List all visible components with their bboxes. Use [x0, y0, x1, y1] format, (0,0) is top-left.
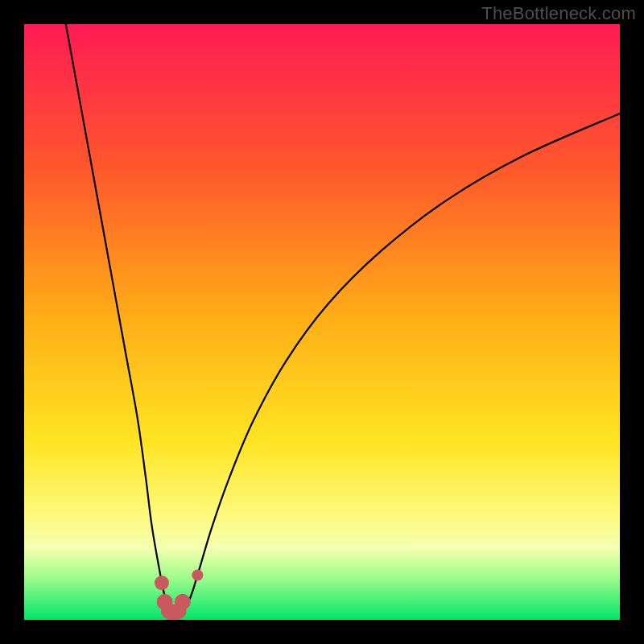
chart-frame: TheBottleneck.com — [0, 0, 644, 644]
chart-svg — [24, 24, 620, 620]
gradient-background — [24, 24, 620, 620]
highlight-dot — [192, 570, 203, 581]
plot-area — [24, 24, 620, 620]
highlight-dot — [175, 594, 191, 610]
highlight-dot — [155, 576, 169, 590]
watermark-text: TheBottleneck.com — [481, 3, 636, 24]
